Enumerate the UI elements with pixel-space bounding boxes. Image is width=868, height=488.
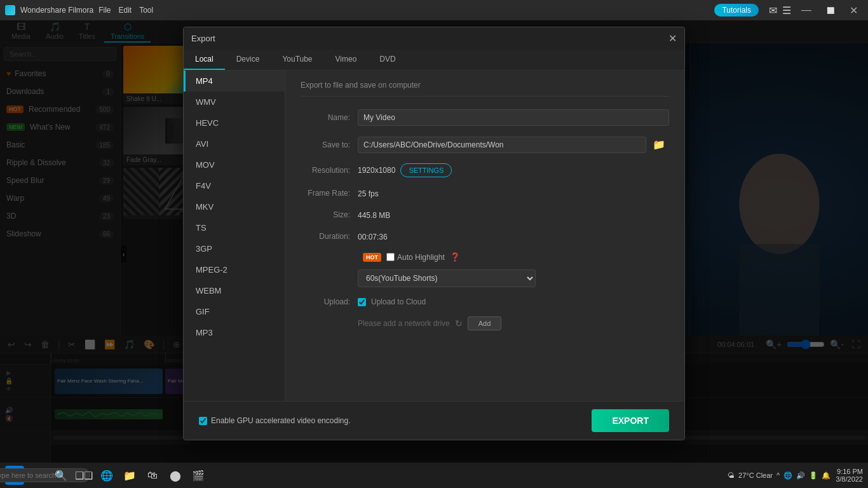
upload-cloud-label: Upload to Cloud — [371, 297, 426, 306]
weather-text: 27°C Clear — [738, 471, 773, 479]
field-row-size: Size: 445.8 MB — [301, 209, 669, 220]
taskbar-files[interactable]: 📁 — [121, 466, 139, 484]
dialog-footer: Enable GPU accelerated video encoding. E… — [184, 401, 684, 440]
resolution-value: 1920x1080 — [358, 166, 395, 175]
dialog-titlebar: Export ✕ — [184, 27, 684, 50]
taskbar-task-view[interactable]: ❑❑ — [75, 466, 93, 484]
close-btn[interactable]: ✕ — [844, 3, 863, 18]
menu-tool[interactable]: Tool — [139, 6, 153, 15]
export-subtitle: Export to file and save on computer — [301, 81, 669, 97]
menu-icon[interactable]: ☰ — [782, 4, 791, 17]
notifications-icon[interactable]: 🔔 — [822, 471, 831, 480]
format-mpeg2[interactable]: MPEG-2 — [184, 259, 285, 280]
format-webm[interactable]: WEBM — [184, 280, 285, 301]
format-3gp[interactable]: 3GP — [184, 238, 285, 259]
app-name: Wondershare Filmora — [20, 6, 93, 15]
dialog-tabs: Local Device YouTube Vimeo DVD — [184, 50, 684, 71]
field-label-upload: Upload: — [301, 297, 358, 306]
app-logo — [5, 5, 15, 15]
name-input[interactable] — [358, 109, 669, 126]
dialog-body: MP4 WMV HEVC AVI MOV F4V MKV TS 3GP MPEG… — [184, 71, 684, 401]
format-wmv[interactable]: WMV — [184, 92, 285, 112]
taskbar: ⊞ 🔍 ❑❑ 🌐 📁 🛍 ⬤ 🎬 🌤 27°C Clear ^ 🌐 🔊 🔋 🔔 … — [0, 463, 868, 488]
field-row-resolution: Resolution: 1920x1080 SETTINGS — [301, 163, 669, 177]
title-bar-menu: File Edit Tool — [98, 6, 153, 15]
field-label-save-to: Save to: — [301, 140, 358, 149]
dialog-close-btn[interactable]: ✕ — [668, 32, 677, 44]
field-value-name — [358, 109, 669, 126]
menu-edit[interactable]: Edit — [119, 6, 132, 15]
field-value-resolution: 1920x1080 SETTINGS — [358, 163, 669, 177]
dialog-tab-dvd[interactable]: DVD — [368, 50, 407, 70]
dialog-tab-youtube[interactable]: YouTube — [271, 50, 323, 70]
duration-value: 00:07:36 — [358, 233, 388, 241]
field-value-duration: 00:07:36 — [358, 231, 669, 242]
export-settings: Export to file and save on computer Name… — [285, 71, 684, 401]
shorts-dropdown[interactable]: 60s(YouTube Shorts) 30s(YouTube Shorts) … — [358, 269, 536, 287]
dialog-tab-local[interactable]: Local — [184, 50, 225, 70]
field-label-duration: Duration: — [301, 232, 358, 241]
gpu-check-label[interactable]: Enable GPU accelerated video encoding. — [199, 416, 350, 425]
dialog-tab-vimeo[interactable]: Vimeo — [324, 50, 369, 70]
title-bar-left: Wondershare Filmora File Edit Tool — [5, 5, 153, 15]
taskbar-edge[interactable]: 🌐 — [98, 466, 116, 484]
format-list: MP4 WMV HEVC AVI MOV F4V MKV TS 3GP MPEG… — [184, 71, 285, 401]
dialog-tab-device[interactable]: Device — [225, 50, 271, 70]
format-hevc[interactable]: HEVC — [184, 112, 285, 133]
auto-highlight-label[interactable]: Auto Highlight — [386, 253, 445, 262]
upload-cloud-checkbox[interactable] — [358, 298, 366, 306]
speaker-icon[interactable]: 🔊 — [796, 471, 805, 480]
auto-highlight-text: Auto Highlight — [397, 253, 445, 262]
size-value: 445.8 MB — [358, 211, 390, 220]
help-icon[interactable]: ❓ — [450, 252, 460, 262]
title-bar: Wondershare Filmora File Edit Tool Tutor… — [0, 0, 868, 20]
format-avi[interactable]: AVI — [184, 133, 285, 154]
taskbar-search-icon[interactable]: 🔍 — [52, 466, 70, 484]
refresh-btn[interactable]: ↻ — [455, 318, 463, 329]
field-value-upload: Upload to Cloud — [358, 297, 669, 306]
auto-highlight-row: HOT Auto Highlight ❓ — [301, 252, 669, 262]
gpu-checkbox[interactable] — [199, 417, 207, 425]
settings-button[interactable]: SETTINGS — [400, 163, 452, 177]
save-path-input[interactable] — [358, 137, 646, 153]
field-row-frame-rate: Frame Rate: 25 fps — [301, 187, 669, 199]
field-value-size: 445.8 MB — [358, 209, 669, 220]
time-display: 9:16 PM 3/8/2022 — [836, 468, 863, 483]
field-row-upload: Upload: Upload to Cloud — [301, 297, 669, 306]
chevron-up-icon[interactable]: ^ — [776, 471, 780, 479]
taskbar-filmora[interactable]: 🎬 — [189, 466, 207, 484]
format-mp4[interactable]: MP4 — [184, 71, 285, 92]
taskbar-chrome[interactable]: ⬤ — [166, 466, 184, 484]
browse-folder-btn[interactable]: 📁 — [649, 136, 669, 153]
field-value-frame-rate: 25 fps — [358, 187, 669, 199]
taskbar-store[interactable]: 🛍 — [144, 466, 161, 484]
taskbar-left: ⊞ 🔍 ❑❑ 🌐 📁 🛍 ⬤ 🎬 — [5, 466, 207, 485]
field-label-frame-rate: Frame Rate: — [301, 189, 358, 198]
add-network-btn[interactable]: Add — [468, 316, 502, 330]
network-icon[interactable]: 🌐 — [783, 471, 792, 480]
format-mp3[interactable]: MP3 — [184, 322, 285, 343]
frame-rate-value: 25 fps — [358, 189, 379, 198]
notification-icon[interactable]: ✉ — [769, 4, 777, 17]
export-button[interactable]: EXPORT — [592, 409, 669, 432]
format-mov[interactable]: MOV — [184, 154, 285, 175]
format-gif[interactable]: GIF — [184, 301, 285, 322]
hot-badge-auto: HOT — [363, 253, 381, 262]
gpu-check-text: Enable GPU accelerated video encoding. — [211, 416, 350, 425]
system-tray: 🌤 27°C Clear ^ 🌐 🔊 🔋 🔔 — [728, 471, 831, 480]
minimize-btn[interactable]: — — [796, 3, 817, 17]
field-row-save-to: Save to: 📁 — [301, 136, 669, 153]
auto-highlight-checkbox[interactable] — [386, 253, 395, 261]
format-ts[interactable]: TS — [184, 217, 285, 238]
menu-file[interactable]: File — [98, 6, 111, 15]
field-label-resolution: Resolution: — [301, 166, 358, 175]
dialog-title: Export — [191, 34, 215, 43]
search-taskbar[interactable] — [29, 466, 47, 484]
format-mkv[interactable]: MKV — [184, 196, 285, 217]
maximize-btn[interactable]: ⬜ — [822, 6, 839, 15]
battery-icon: 🔋 — [809, 471, 818, 480]
format-f4v[interactable]: F4V — [184, 175, 285, 196]
field-row-shorts: 60s(YouTube Shorts) 30s(YouTube Shorts) … — [301, 269, 669, 287]
tutorials-button[interactable]: Tutorials — [714, 4, 759, 17]
clock-time: 9:16 PM — [836, 468, 863, 475]
